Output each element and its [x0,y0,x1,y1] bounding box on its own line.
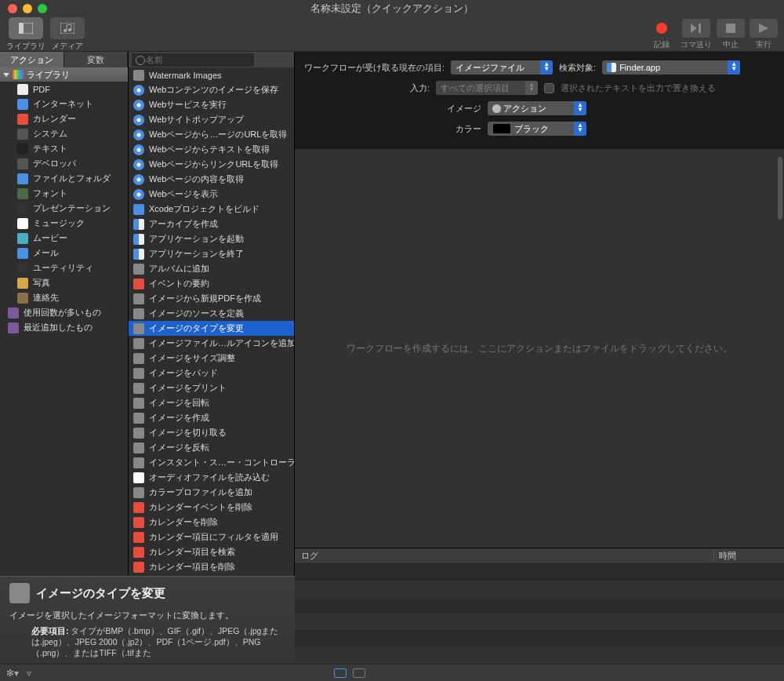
action-item[interactable]: イメージのタイプを変更 [129,321,294,336]
action-icon [133,308,144,319]
library-toggle-label: ライブラリ [6,41,45,52]
action-item[interactable]: イベントの要約 [129,276,294,291]
view-mode-list-icon[interactable] [353,668,365,678]
action-item[interactable]: イメージをプリント [129,381,294,395]
action-item[interactable]: オーディオファイルを読み込む [129,470,294,485]
action-item[interactable]: Webコンテンツのイメージを保存 [129,82,294,97]
sidebar-item-label: フォント [33,188,67,199]
sidebar-smart-item[interactable]: 使用回数が多いもの [0,305,128,320]
category-icon [17,278,28,289]
zoom-icon[interactable] [38,4,47,13]
action-item[interactable]: イメージを作成 [129,410,294,425]
gear-icon [492,104,501,113]
action-item[interactable]: WebページからリンクURLを取得 [129,157,294,172]
sidebar-item[interactable]: カレンダー [0,111,128,126]
run-label: 実行 [756,39,771,50]
view-mode-flow-icon[interactable] [334,668,347,678]
minimize-icon[interactable] [23,4,32,13]
action-item[interactable]: アプリケーションを終了 [129,246,294,261]
sidebar-smart-item[interactable]: 最近追加したもの [0,320,128,335]
tab-variables[interactable]: 変数 [64,52,129,67]
sidebar-item[interactable]: プレゼンテーション [0,201,128,216]
receives-select[interactable]: イメージファイル▲▼ [451,60,553,75]
sidebar-item[interactable]: 連絡先 [0,290,128,305]
action-item[interactable]: イメージから新規PDFを作成 [129,291,294,306]
color-select[interactable]: ブラック▲▼ [488,122,586,136]
category-icon [17,233,28,244]
action-item[interactable]: カレンダーを削除 [129,515,294,530]
media-button[interactable] [50,17,85,39]
sidebar-item[interactable]: テキスト [0,141,128,156]
action-item[interactable]: アプリケーションを起動 [129,231,294,246]
gear-menu-icon[interactable]: ✻▾ [6,668,19,679]
smart-folder-icon [8,308,19,319]
action-item[interactable]: Webページから…ージのURLを取得 [129,127,294,142]
workflow-canvas[interactable]: ワークフローを作成するには、ここにアクションまたはファイルをドラッグしてください… [295,149,784,548]
play-icon [759,24,768,33]
action-item[interactable]: カレンダー項目にフィルタを適用 [129,530,294,544]
action-item[interactable]: Webページの内容を取得 [129,172,294,187]
description-requirements: 必要項目: タイプがBMP（.bmp）、GIF（.gif）、JPEG（.jpgま… [9,626,285,659]
action-item[interactable]: カラープロファイルを追加 [129,485,294,500]
sidebar-item[interactable]: ムービー [0,231,128,246]
scrollbar[interactable] [778,157,782,220]
log-column-header[interactable]: ログ [295,550,713,562]
disclosure-icon [3,73,9,77]
action-item[interactable]: イメージを回転 [129,395,294,410]
action-item[interactable]: Webページを表示 [129,187,294,202]
step-button[interactable] [682,19,710,38]
library-header[interactable]: ライブラリ [0,67,128,82]
sidebar-item[interactable]: ファイルとフォルダ [0,171,128,186]
action-item[interactable]: Watermark Images [129,67,294,82]
tab-actions[interactable]: アクション [0,52,64,67]
action-item[interactable]: イメージをパッド [129,366,294,381]
sidebar-item[interactable]: ミュージック [0,216,128,231]
action-icon [133,502,144,513]
action-item[interactable]: アーカイブを作成 [129,217,294,231]
library-toggle-button[interactable] [9,17,43,39]
search-input[interactable] [132,53,254,67]
action-item[interactable]: イメージを切り取る [129,425,294,440]
category-icon [17,188,28,199]
run-button[interactable] [750,19,778,38]
sidebar-item[interactable]: メール [0,246,128,260]
toggle-description-icon[interactable]: ▿ [27,668,31,679]
sidebar-item[interactable]: 写真 [0,275,128,290]
sidebar-item[interactable]: デベロッパ [0,156,128,171]
sidebar-item[interactable]: システム [0,126,128,141]
stop-button[interactable] [717,19,745,38]
action-item[interactable]: イメージをサイズ調整 [129,351,294,366]
sidebar-item[interactable]: フォント [0,186,128,201]
time-column-header[interactable]: 時間 [713,550,784,562]
record-button[interactable] [648,19,676,38]
action-item[interactable]: Webページからテキストを取得 [129,142,294,157]
image-select[interactable]: アクション▲▼ [488,101,586,115]
action-item[interactable]: アルバムに追加 [129,261,294,276]
action-item[interactable]: インスタント・ス…ー・コントローラ [129,455,294,470]
action-label: イメージのタイプを変更 [149,322,244,334]
sidebar-item-label: テキスト [33,143,67,155]
action-list: Watermark ImagesWebコンテンツのイメージを保存Webサービスを… [129,67,294,664]
action-label: イメージのソースを定義 [149,308,244,319]
action-item[interactable]: イメージを反転 [129,440,294,455]
sidebar-item[interactable]: インターネット [0,97,128,111]
finder-icon [607,63,616,72]
action-label: WebページからリンクURLを取得 [149,158,278,170]
action-label: イベントの要約 [149,278,209,290]
close-icon[interactable] [8,4,17,13]
sidebar-item[interactable]: ユーティリティ [0,260,128,275]
action-item[interactable]: カレンダー項目を検索 [129,544,294,559]
search-target-select[interactable]: Finder.app▲▼ [602,60,740,75]
action-icon [133,532,144,543]
action-item[interactable]: Webサービスを実行 [129,97,294,112]
action-item[interactable]: Xcodeプロジェクトをビルド [129,202,294,217]
category-icon [17,218,28,229]
action-item[interactable]: イメージファイル…ルアイコンを追加 [129,336,294,351]
action-item[interactable]: カレンダーイベントを削除 [129,500,294,515]
sidebar-item[interactable]: PDF [0,82,128,97]
action-label: インスタント・ス…ー・コントローラ [149,457,294,468]
action-item[interactable]: カレンダー項目を削除 [129,559,294,574]
toolbar: ライブラリ メディア 記録 コマ送り 中止 実行 [0,17,784,52]
action-item[interactable]: Webサイトポップアップ [129,112,294,127]
action-item[interactable]: イメージのソースを定義 [129,306,294,321]
